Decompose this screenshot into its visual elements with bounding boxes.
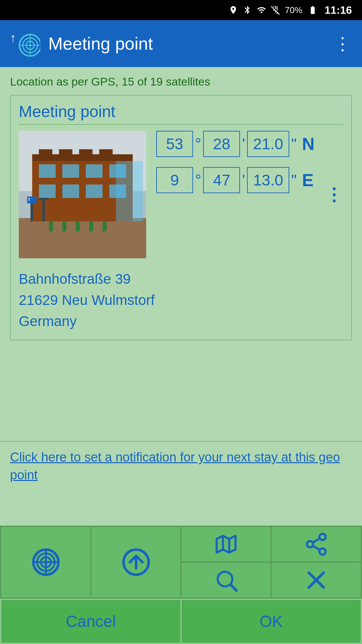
- share-button[interactable]: [272, 527, 361, 561]
- spacer: [0, 340, 362, 441]
- location-icon: [229, 5, 238, 15]
- svg-rect-10: [19, 218, 146, 258]
- lon-dir: E: [302, 170, 314, 190]
- svg-rect-31: [89, 221, 93, 231]
- coordinates-section: 53 ° 28 ' 21.0 " N ⋮ 9: [156, 131, 343, 258]
- card-title: Meeting point: [19, 102, 343, 125]
- battery-icon: [307, 5, 318, 15]
- svg-rect-32: [103, 221, 107, 231]
- svg-rect-25: [116, 161, 143, 221]
- search-icon: [214, 568, 239, 593]
- address-street: Bahnhofstraße 39: [19, 268, 343, 289]
- svg-rect-13: [39, 149, 52, 159]
- cancel-button[interactable]: Cancel: [1, 600, 180, 643]
- svg-rect-18: [62, 164, 79, 178]
- svg-rect-26: [42, 198, 45, 221]
- svg-line-51: [231, 585, 237, 591]
- svg-rect-21: [39, 184, 56, 198]
- lat-min[interactable]: 28: [203, 131, 240, 157]
- svg-rect-28: [49, 221, 53, 231]
- lat-sec-symbol: ": [289, 135, 299, 153]
- address-country: Germany: [19, 311, 343, 332]
- bluetooth-icon: [243, 5, 252, 15]
- status-bar: 70% 11:16: [0, 0, 362, 20]
- close-icon: [304, 568, 329, 593]
- svg-rect-17: [39, 164, 56, 178]
- radar-icon: [31, 547, 61, 577]
- svg-rect-19: [86, 164, 103, 178]
- app-bar: ↑ Meeting point ⋮: [0, 20, 362, 67]
- app-title: Meeting point: [48, 34, 334, 54]
- content-area: Location as per GPS, 15 of 19 satellites…: [0, 67, 362, 644]
- wifi-icon: [257, 5, 266, 15]
- lat-sec[interactable]: 21.0: [247, 131, 289, 157]
- svg-point-45: [319, 534, 326, 540]
- lon-deg[interactable]: 9: [156, 167, 193, 193]
- svg-rect-30: [76, 221, 80, 231]
- lat-deg[interactable]: 53: [156, 131, 193, 157]
- svg-line-48: [313, 546, 320, 550]
- upload-icon: [121, 547, 151, 577]
- latitude-row: 53 ° 28 ' 21.0 " N: [156, 131, 343, 157]
- location-photo: T: [19, 131, 146, 258]
- map-button[interactable]: [182, 527, 270, 561]
- svg-rect-27: [39, 198, 48, 200]
- svg-rect-23: [86, 184, 103, 198]
- svg-rect-22: [62, 184, 79, 198]
- lat-min-symbol: ': [240, 135, 247, 153]
- bottom-toolbar: Cancel OK: [0, 526, 362, 644]
- signal-icon: [271, 5, 280, 15]
- lat-dir: N: [302, 134, 315, 154]
- lon-sec-symbol: ": [289, 171, 299, 189]
- radar-button[interactable]: [1, 527, 90, 597]
- svg-point-47: [319, 548, 326, 555]
- card-body: T 53 ° 28 ' 21.0 " N: [19, 131, 343, 258]
- svg-rect-14: [59, 149, 72, 159]
- lat-deg-symbol: °: [193, 135, 203, 153]
- svg-rect-29: [62, 221, 66, 231]
- map-icon: [214, 532, 239, 557]
- address-city: 21629 Neu Wulmstorf: [19, 289, 343, 311]
- lon-min-symbol: ': [240, 171, 247, 189]
- share-icon: [304, 532, 329, 557]
- action-bar: Cancel OK: [0, 599, 362, 644]
- svg-text:↑: ↑: [10, 31, 16, 45]
- longitude-row: 9 ° 47 ' 13.0 " E: [156, 167, 343, 193]
- upload-button[interactable]: [92, 527, 180, 597]
- notification-section: Click here to set a notification for you…: [0, 441, 362, 491]
- status-icons: 70%: [229, 5, 318, 15]
- scroll-area: Location as per GPS, 15 of 19 satellites…: [0, 67, 362, 526]
- ok-button[interactable]: OK: [182, 600, 361, 643]
- lon-sec[interactable]: 13.0: [247, 167, 289, 193]
- svg-rect-16: [99, 149, 113, 159]
- close-button[interactable]: [272, 563, 361, 597]
- address: Bahnhofstraße 39 21629 Neu Wulmstorf Ger…: [19, 268, 343, 332]
- svg-rect-15: [79, 149, 93, 159]
- gps-status-section: Location as per GPS, 15 of 19 satellites…: [0, 67, 362, 340]
- lon-deg-symbol: °: [193, 171, 203, 189]
- app-logo: ↑: [10, 29, 40, 59]
- coords-menu-button[interactable]: ⋮: [325, 184, 343, 205]
- app-menu-button[interactable]: ⋮: [334, 34, 352, 54]
- svg-line-49: [313, 538, 320, 542]
- svg-text:T: T: [28, 198, 31, 202]
- notification-link[interactable]: Click here to set a notification for you…: [10, 448, 352, 484]
- svg-point-46: [307, 541, 313, 547]
- lon-min[interactable]: 47: [203, 167, 240, 193]
- meeting-point-card: Meeting point: [10, 95, 352, 340]
- battery-text: 70%: [285, 5, 302, 15]
- status-time: 11:16: [324, 4, 352, 16]
- gps-status-text: Location as per GPS, 15 of 19 satellites: [10, 75, 352, 88]
- search-button[interactable]: [182, 563, 270, 597]
